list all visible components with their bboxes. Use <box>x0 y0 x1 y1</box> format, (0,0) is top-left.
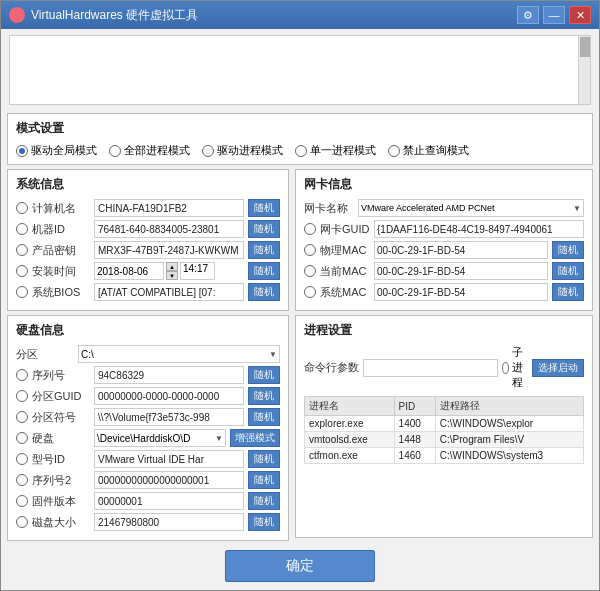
table-row[interactable]: explorer.exe1400C:\WINDOWS\explor <box>305 416 584 432</box>
radio-partition-symbol[interactable] <box>16 411 28 423</box>
firmware-row: 固件版本 00000001 随机 <box>16 492 280 510</box>
mode-drive-process[interactable]: 驱动进程模式 <box>202 143 283 158</box>
radio-partition-guid[interactable] <box>16 390 28 402</box>
process-cell-pid: 1460 <box>394 448 435 464</box>
hdd-device-value: \Device\HarddiskO\D <box>97 433 190 444</box>
settings-btn[interactable]: ⚙ <box>517 6 539 24</box>
system-info-title: 系统信息 <box>16 176 280 193</box>
nic-name-select[interactable]: VMware Accelerated AMD PCNet ▼ <box>358 199 584 217</box>
system-mac-value: 00-0C-29-1F-BD-54 <box>374 283 548 301</box>
select-launch-btn[interactable]: 选择启动 <box>532 359 584 377</box>
radio-global[interactable] <box>16 145 28 157</box>
radio-physical-mac[interactable] <box>304 244 316 256</box>
partition-row: 分区 C:\ ▼ <box>16 345 280 363</box>
radio-bios[interactable] <box>16 286 28 298</box>
mode-single-process[interactable]: 单一进程模式 <box>295 143 376 158</box>
radio-model-id[interactable] <box>16 453 28 465</box>
radio-current-mac[interactable] <box>304 265 316 277</box>
nic-name-row: 网卡名称 VMware Accelerated AMD PCNet ▼ <box>304 199 584 217</box>
partition-symbol-value: \\?\Volume{f73e573c-998 <box>94 408 244 426</box>
disk-size-row: 磁盘大小 21467980800 随机 <box>16 513 280 531</box>
physical-mac-random-btn[interactable]: 随机 <box>552 241 584 259</box>
subprocess-label[interactable]: 子进程 <box>502 345 528 390</box>
radio-disk-size[interactable] <box>16 516 28 528</box>
partition-guid-row: 分区GUID 00000000-0000-0000-0000 随机 <box>16 387 280 405</box>
spin-down[interactable]: ▼ <box>166 271 178 280</box>
firmware-value: 00000001 <box>94 492 244 510</box>
scrollbar-thumb[interactable] <box>580 37 590 57</box>
partition-symbol-row: 分区符号 \\?\Volume{f73e573c-998 随机 <box>16 408 280 426</box>
firmware-random-btn[interactable]: 随机 <box>248 492 280 510</box>
confirm-btn[interactable]: 确定 <box>225 550 375 582</box>
window-controls: ⚙ — ✕ <box>517 6 591 24</box>
date-spinner[interactable]: ▲ ▼ <box>166 262 178 280</box>
disk-size-random-btn[interactable]: 随机 <box>248 513 280 531</box>
cmd-label: 命令行参数 <box>304 360 359 375</box>
minimize-btn[interactable]: — <box>543 6 565 24</box>
partition-symbol-random-btn[interactable]: 随机 <box>248 408 280 426</box>
mode-all-process[interactable]: 全部进程模式 <box>109 143 190 158</box>
partition-guid-value: 00000000-0000-0000-0000 <box>94 387 244 405</box>
hdd-serial2-random-btn[interactable]: 随机 <box>248 471 280 489</box>
cmd-input[interactable] <box>363 359 498 377</box>
process-cell-name: ctfmon.exe <box>305 448 395 464</box>
hdd-serial-random-btn[interactable]: 随机 <box>248 366 280 384</box>
nic-name-value: VMware Accelerated AMD PCNet <box>361 203 495 213</box>
bios-value: [AT/AT COMPATIBLE] [07: <box>94 283 244 301</box>
physical-mac-row: 物理MAC 00-0C-29-1F-BD-54 随机 <box>304 241 584 259</box>
enhance-mode-btn[interactable]: 增强模式 <box>230 429 280 447</box>
process-table: 进程名 PID 进程路径 explorer.exe1400C:\WINDOWS\… <box>304 396 584 464</box>
bottom-bar: 确定 <box>1 542 599 590</box>
system-info-section: 系统信息 计算机名 CHINA-FA19D1FB2 随机 机器ID 76481-… <box>7 169 289 311</box>
hdd-serial2-value: 00000000000000000001 <box>94 471 244 489</box>
radio-hdd-serial[interactable] <box>16 369 28 381</box>
install-time-random-btn[interactable]: 随机 <box>248 262 280 280</box>
table-row[interactable]: vmtoolsd.exe1448C:\Program Files\V <box>305 432 584 448</box>
partition-select[interactable]: C:\ ▼ <box>78 345 280 363</box>
table-row[interactable]: ctfmon.exe1460C:\WINDOWS\system3 <box>305 448 584 464</box>
radio-firmware[interactable] <box>16 495 28 507</box>
hdd-device-select[interactable]: \Device\HarddiskO\D ▼ <box>94 429 226 447</box>
radio-product-key[interactable] <box>16 244 28 256</box>
mode-global[interactable]: 驱动全局模式 <box>16 143 97 158</box>
bios-random-btn[interactable]: 随机 <box>248 283 280 301</box>
partition-value: C:\ <box>81 349 94 360</box>
date-input[interactable]: 2018-08-06 <box>94 262 164 280</box>
machine-id-value: 76481-640-8834005-23801 <box>94 220 244 238</box>
current-mac-value: 00-0C-29-1F-BD-54 <box>374 262 548 280</box>
hdd-serial-value: 94C86329 <box>94 366 244 384</box>
scrollbar[interactable] <box>578 36 590 104</box>
radio-hdd-device[interactable] <box>16 432 28 444</box>
mode-stop-query[interactable]: 禁止查询模式 <box>388 143 469 158</box>
datetime-row: 2018-08-06 ▲ ▼ 14:17 <box>94 262 244 280</box>
radio-subprocess[interactable] <box>502 362 509 374</box>
system-mac-random-btn[interactable]: 随机 <box>552 283 584 301</box>
radio-drive-process[interactable] <box>202 145 214 157</box>
radio-nic-guid[interactable] <box>304 223 316 235</box>
main-content: 模式设置 驱动全局模式 全部进程模式 驱动进程模式 单一进程模式 <box>1 109 599 542</box>
computer-name-random-btn[interactable]: 随机 <box>248 199 280 217</box>
time-input[interactable]: 14:17 <box>180 262 215 280</box>
machine-id-random-btn[interactable]: 随机 <box>248 220 280 238</box>
close-btn[interactable]: ✕ <box>569 6 591 24</box>
current-mac-random-btn[interactable]: 随机 <box>552 262 584 280</box>
radio-computer-name[interactable] <box>16 202 28 214</box>
partition-guid-random-btn[interactable]: 随机 <box>248 387 280 405</box>
product-key-random-btn[interactable]: 随机 <box>248 241 280 259</box>
spin-up[interactable]: ▲ <box>166 262 178 271</box>
model-id-random-btn[interactable]: 随机 <box>248 450 280 468</box>
process-cell-name: explorer.exe <box>305 416 395 432</box>
nic-arrow: ▼ <box>573 204 581 213</box>
radio-hdd-serial2[interactable] <box>16 474 28 486</box>
radio-system-mac[interactable] <box>304 286 316 298</box>
install-time-row: 安装时间 2018-08-06 ▲ ▼ 14:17 随机 <box>16 262 280 280</box>
left-column: 系统信息 计算机名 CHINA-FA19D1FB2 随机 机器ID 76481-… <box>7 169 289 538</box>
radio-machine-id[interactable] <box>16 223 28 235</box>
radio-single-process[interactable] <box>295 145 307 157</box>
process-section: 进程设置 命令行参数 子进程 选择启动 进程名 <box>295 315 593 538</box>
radio-install-time[interactable] <box>16 265 28 277</box>
mode-options: 驱动全局模式 全部进程模式 驱动进程模式 单一进程模式 禁止查询模式 <box>16 143 584 158</box>
hdd-serial-row: 序列号 94C86329 随机 <box>16 366 280 384</box>
radio-all-process[interactable] <box>109 145 121 157</box>
radio-stop-query[interactable] <box>388 145 400 157</box>
